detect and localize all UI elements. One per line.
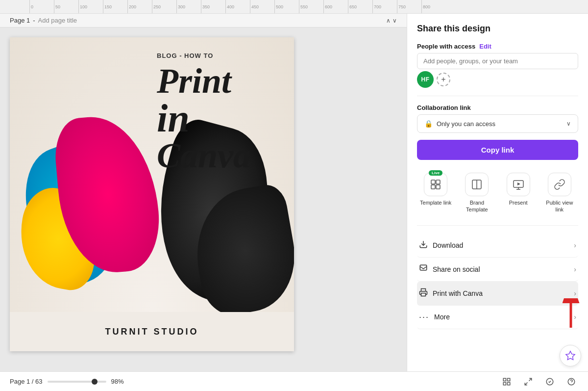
ruler-marks: 0 50 100 150 200 250 300 350 400 450 500… xyxy=(29,0,446,14)
brand-template-label: Brand Template xyxy=(460,199,493,213)
download-action-left: Download xyxy=(419,240,463,251)
more-label: More xyxy=(434,313,450,321)
ruler-mark-0: 0 xyxy=(29,0,54,14)
more-action[interactable]: ··· More › xyxy=(417,306,578,329)
svg-rect-0 xyxy=(431,180,435,184)
ruler-mark-800: 800 xyxy=(421,0,446,14)
people-section-label: People with access Edit xyxy=(417,43,578,50)
add-people-button[interactable]: + xyxy=(437,73,450,86)
print-canva-icon xyxy=(419,288,428,299)
zoom-slider[interactable] xyxy=(48,381,106,383)
collab-section: Collaboration link 🔒 Only you can access… xyxy=(417,104,578,133)
blog-label: BLOG - HOW TO xyxy=(157,52,284,59)
share-option-template-link[interactable]: Live Template link xyxy=(417,169,454,217)
chevron-down-icon: ∨ xyxy=(566,120,571,127)
ruler-mark-200: 200 xyxy=(127,0,152,14)
in-word: in xyxy=(157,97,190,140)
main-area: Page 1 - Add page title ∧ ∨ xyxy=(0,14,588,371)
ruler-mark-750: 750 xyxy=(397,0,421,14)
canvas-area: Page 1 - Add page title ∧ ∨ xyxy=(0,14,407,371)
more-left: ··· More xyxy=(419,312,450,322)
share-social-left: Share on social xyxy=(419,264,480,275)
ruler-mark-50: 50 xyxy=(54,0,78,14)
collab-access-dropdown[interactable]: 🔒 Only you can access ∨ xyxy=(417,114,578,133)
public-view-link-label: Public view link xyxy=(543,199,576,213)
svg-line-20 xyxy=(525,382,527,385)
present-icon xyxy=(507,173,530,196)
magic-ai-button[interactable] xyxy=(560,345,581,366)
red-arrow-indicator xyxy=(559,298,583,335)
action-list: Download › Share on social › xyxy=(417,234,578,329)
avatar-row: HF + xyxy=(417,71,578,88)
design-text-overlay: BLOG - HOW TO Print in Canva xyxy=(147,47,294,178)
check-button[interactable] xyxy=(543,375,557,389)
ruler: 0 50 100 150 200 250 300 350 400 450 500… xyxy=(0,0,588,14)
grid-view-button[interactable] xyxy=(500,375,514,389)
print-title: Print in Canva xyxy=(157,63,284,173)
lock-icon: 🔒 xyxy=(424,120,433,128)
copy-link-button[interactable]: Copy link xyxy=(417,140,578,160)
svg-rect-2 xyxy=(431,185,435,189)
print-word: Print xyxy=(157,61,231,101)
template-link-label: Template link xyxy=(420,199,451,206)
status-bar-center: Page 1 / 63 98% xyxy=(10,378,124,385)
page-indicator: Page 1 / 63 xyxy=(10,378,43,385)
ruler-mark-700: 700 xyxy=(372,0,397,14)
download-action[interactable]: Download › xyxy=(417,234,578,258)
ruler-mark-150: 150 xyxy=(103,0,127,14)
divider-2 xyxy=(417,225,578,226)
page-nav-chevrons: ∧ ∨ xyxy=(386,17,397,24)
svg-rect-3 xyxy=(436,185,440,189)
avatar-hf: HF xyxy=(417,71,434,88)
design-footer: TURNIT STUDIO xyxy=(10,312,294,351)
page-add-title[interactable]: Add page title xyxy=(38,17,77,24)
status-bar-right xyxy=(500,375,578,389)
template-link-icon: Live xyxy=(424,173,447,196)
collab-label-text: Collaboration link xyxy=(417,104,471,111)
ruler-mark-250: 250 xyxy=(152,0,176,14)
page-header: Page 1 - Add page title ∧ ∨ xyxy=(0,14,407,27)
design-page: BLOG - HOW TO Print in Canva TURNIT STUD… xyxy=(10,37,294,351)
share-options-grid: Live Template link B xyxy=(417,169,578,217)
ruler-mark-550: 550 xyxy=(299,0,323,14)
help-button[interactable] xyxy=(564,375,578,389)
status-bar: Page 1 / 63 98% xyxy=(0,371,588,391)
share-option-present[interactable]: Present xyxy=(500,169,537,217)
studio-name: TURNIT STUDIO xyxy=(105,327,199,337)
share-panel: Share this design People with access Edi… xyxy=(407,14,588,371)
svg-rect-16 xyxy=(508,378,510,381)
canva-word: Canva xyxy=(157,136,251,175)
ruler-mark-350: 350 xyxy=(201,0,225,14)
design-canvas[interactable]: BLOG - HOW TO Print in Canva TURNIT STUD… xyxy=(0,27,407,371)
share-social-chevron-icon: › xyxy=(574,265,576,273)
people-label-text: People with access xyxy=(417,43,475,50)
ruler-mark-650: 650 xyxy=(348,0,372,14)
print-with-canva-action[interactable]: Print with Canva › xyxy=(417,282,578,306)
print-canva-label: Print with Canva xyxy=(433,289,483,297)
collab-section-label: Collaboration link xyxy=(417,104,578,111)
svg-rect-12 xyxy=(421,293,426,296)
more-dots-icon: ··· xyxy=(419,312,429,322)
edit-access-link[interactable]: Edit xyxy=(479,43,491,50)
page-up-button[interactable]: ∧ xyxy=(386,17,391,24)
zoom-slider-thumb xyxy=(92,379,98,385)
zoom-percent: 98% xyxy=(111,378,124,385)
share-option-brand-template[interactable]: Brand Template xyxy=(458,169,495,217)
fullscreen-button[interactable] xyxy=(521,375,535,389)
page-down-button[interactable]: ∨ xyxy=(392,17,397,24)
add-people-input[interactable] xyxy=(417,53,578,69)
divider-1 xyxy=(417,96,578,96)
collab-dropdown-left: 🔒 Only you can access xyxy=(424,120,495,128)
svg-rect-17 xyxy=(503,382,506,385)
share-option-public-view-link[interactable]: Public view link xyxy=(541,169,578,217)
svg-marker-24 xyxy=(566,351,575,360)
public-view-link-icon xyxy=(548,173,571,196)
print-canva-chevron-icon: › xyxy=(574,289,576,297)
brand-template-icon xyxy=(465,173,489,196)
download-chevron-icon: › xyxy=(574,241,576,249)
zoom-slider-container xyxy=(48,381,106,383)
page-separator: - xyxy=(33,17,35,24)
ruler-mark-500: 500 xyxy=(274,0,299,14)
share-on-social-action[interactable]: Share on social › xyxy=(417,258,578,282)
download-label: Download xyxy=(433,241,463,249)
